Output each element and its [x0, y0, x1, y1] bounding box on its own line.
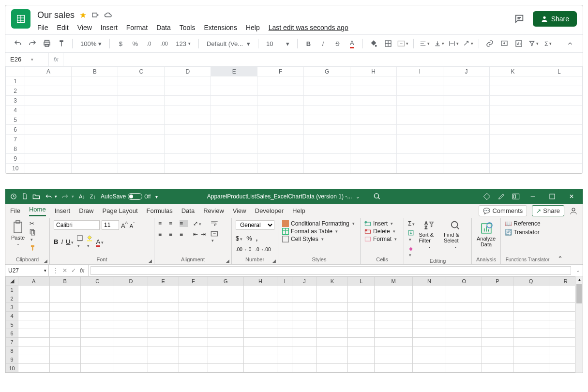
align-bottom-icon[interactable]: ≡: [180, 220, 188, 227]
expand-formula-icon[interactable]: ⌄: [573, 268, 583, 273]
currency-icon[interactable]: $: [115, 38, 126, 49]
row-header[interactable]: 10: [6, 164, 25, 173]
col-header[interactable]: G: [208, 277, 243, 286]
text-color-icon[interactable]: A: [346, 38, 358, 49]
col-header[interactable]: F: [179, 277, 208, 286]
row-header[interactable]: 8: [6, 144, 25, 154]
menu-extensions[interactable]: Extensions: [204, 24, 237, 31]
comment-icon[interactable]: [498, 38, 510, 49]
font-launcher-icon[interactable]: ◢: [149, 258, 152, 263]
font-select[interactable]: Default (Ve...▾: [204, 40, 253, 47]
row-header[interactable]: 7: [6, 338, 18, 347]
tab-review[interactable]: Review: [203, 207, 224, 214]
increase-decimal-icon[interactable]: .00→.0: [236, 247, 251, 252]
row-header[interactable]: 7: [6, 135, 25, 144]
percent-icon[interactable]: %: [129, 38, 141, 49]
zoom-select[interactable]: 100%▾: [77, 40, 105, 47]
link-icon[interactable]: [484, 38, 496, 49]
select-all-corner[interactable]: ◢: [6, 277, 18, 286]
valign-icon[interactable]: [433, 38, 445, 49]
excel-grid[interactable]: ◢ A B C D E F G H I J K L M N O P Q R 1 …: [5, 276, 583, 373]
wrap-text-icon[interactable]: [211, 220, 218, 227]
row-header[interactable]: 9: [6, 355, 18, 364]
sort-asc-icon[interactable]: A↓: [79, 194, 85, 199]
orientation-icon[interactable]: ⤢: [193, 220, 206, 227]
row-header[interactable]: 3: [6, 96, 25, 106]
row-header[interactable]: 4: [6, 312, 18, 320]
search-icon[interactable]: [373, 193, 381, 200]
tab-home[interactable]: Home: [29, 206, 46, 216]
number-launcher-icon[interactable]: ◢: [272, 258, 276, 263]
col-header[interactable]: D: [114, 277, 148, 286]
row-header[interactable]: 2: [6, 86, 25, 96]
font-size-select[interactable]: [102, 220, 119, 230]
col-header[interactable]: A: [25, 67, 72, 76]
share-button[interactable]: ↗ Share: [532, 205, 564, 216]
align-center-icon[interactable]: ≡: [169, 231, 178, 238]
strike-icon[interactable]: S: [332, 38, 343, 49]
name-box[interactable]: U27▾: [5, 265, 49, 276]
account-icon[interactable]: [569, 207, 578, 215]
open-icon[interactable]: [32, 194, 40, 199]
clear-icon[interactable]: [408, 245, 415, 258]
format-cells-button[interactable]: Format: [364, 236, 400, 242]
bold-icon[interactable]: B: [302, 38, 314, 49]
row-header[interactable]: 2: [6, 294, 18, 303]
comma-icon[interactable]: ,: [256, 235, 258, 242]
collapse-ribbon-icon[interactable]: ⌃: [554, 218, 566, 264]
tab-view[interactable]: View: [233, 207, 246, 214]
title-dropdown-icon[interactable]: ⌄: [356, 194, 360, 199]
cloud-icon[interactable]: [104, 12, 113, 18]
col-header[interactable]: I: [397, 67, 443, 76]
col-header[interactable]: F: [257, 67, 304, 76]
share-button[interactable]: Share: [533, 11, 577, 27]
col-header[interactable]: L: [348, 277, 375, 286]
row-header[interactable]: 3: [6, 303, 18, 312]
comments-icon[interactable]: [513, 12, 526, 26]
options-icon[interactable]: ⋮: [53, 267, 59, 274]
diamond-icon[interactable]: [483, 193, 491, 200]
row-header[interactable]: 4: [6, 106, 25, 115]
menu-format[interactable]: Format: [126, 24, 148, 31]
analyze-data-button[interactable]: Analyze Data: [476, 220, 497, 247]
tab-developer[interactable]: Developer: [255, 207, 284, 214]
col-header[interactable]: N: [412, 277, 446, 286]
col-header[interactable]: H: [243, 277, 277, 286]
increase-font-icon[interactable]: A^: [121, 221, 128, 229]
menu-data[interactable]: Data: [156, 24, 171, 31]
fill-color-icon[interactable]: [86, 235, 93, 249]
col-header[interactable]: E: [148, 277, 179, 286]
redo-icon[interactable]: [62, 194, 74, 199]
enter-icon[interactable]: ✓: [71, 267, 76, 274]
italic-icon[interactable]: I: [61, 238, 63, 245]
col-header[interactable]: B: [49, 277, 81, 286]
row-header[interactable]: 1: [6, 286, 18, 294]
doc-title[interactable]: Our sales: [37, 10, 75, 20]
functions-icon[interactable]: Σ: [542, 38, 554, 49]
new-icon[interactable]: [22, 193, 28, 200]
last-edit-link[interactable]: Last edit was seconds ago: [269, 24, 348, 31]
number-format-select[interactable]: 123▾: [173, 40, 194, 47]
format-as-table-button[interactable]: Format as Table: [282, 228, 356, 235]
copy-icon[interactable]: [30, 229, 36, 242]
col-header[interactable]: O: [446, 277, 482, 286]
halign-icon[interactable]: [419, 38, 430, 49]
underline-icon[interactable]: U: [66, 238, 74, 245]
merge-icon[interactable]: [397, 38, 408, 49]
close-icon[interactable]: ✕: [565, 190, 578, 203]
sort-filter-button[interactable]: AZ Sort & Filter⌄: [419, 220, 440, 258]
accounting-icon[interactable]: $: [236, 235, 242, 242]
row-header[interactable]: 5: [6, 320, 18, 329]
vertical-scrollbar[interactable]: ▲: [575, 276, 583, 373]
decrease-decimal-icon[interactable]: .0→.00: [255, 247, 271, 252]
sheets-grid[interactable]: A B C D E F G H I J K L 1 2 3 4 5 6 7 8 …: [5, 66, 583, 173]
borders-icon[interactable]: [382, 38, 394, 49]
autosum-icon[interactable]: Σ: [408, 220, 415, 227]
col-header[interactable]: A: [18, 277, 50, 286]
menu-file[interactable]: File: [37, 24, 48, 31]
conditional-formatting-button[interactable]: Conditional Formatting: [282, 220, 356, 227]
translator-button[interactable]: 🔄 Translator: [505, 229, 550, 236]
col-header[interactable]: J: [443, 67, 489, 76]
fx-icon[interactable]: fx: [80, 267, 84, 274]
menu-insert[interactable]: Insert: [101, 24, 118, 31]
